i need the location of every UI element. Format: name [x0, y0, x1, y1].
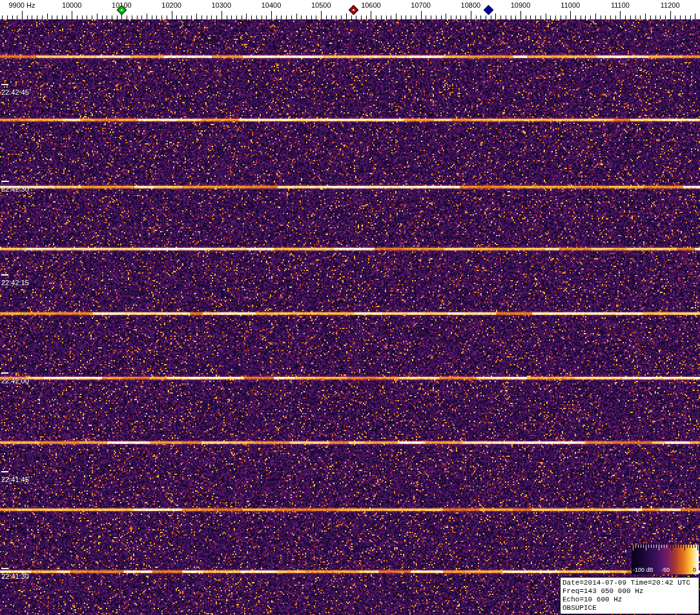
waterfall[interactable]: 22:42:4522:42:3022:42:1522:42:0022:41:45… [0, 19, 700, 615]
spectrogram-canvas[interactable] [0, 19, 700, 615]
amp-label-max: 0 [693, 567, 696, 573]
info-station: OBSUPICE [562, 604, 697, 612]
marker-center-dot [353, 8, 355, 11]
info-echo: Echo=10 600 Hz [562, 596, 697, 604]
spectrogram-app: 9900 Hz100001010010200103001040010500106… [0, 0, 700, 615]
info-box: Date=2014-07-09 Time=20:42 UTC Freq=143 … [560, 577, 699, 614]
frequency-ruler: 9900 Hz100001010010200103001040010500106… [0, 0, 700, 19]
amp-label-min: -100 dB [633, 567, 654, 573]
amp-label-mid: -50 [661, 567, 670, 573]
amplitude-scale: -100 dB -50 0 [632, 545, 699, 574]
info-frequency: Freq=143 050 000 Hz [562, 587, 697, 596]
marker-center-dot [121, 8, 123, 11]
info-date-time: Date=2014-07-09 Time=20:42 UTC [562, 579, 697, 587]
